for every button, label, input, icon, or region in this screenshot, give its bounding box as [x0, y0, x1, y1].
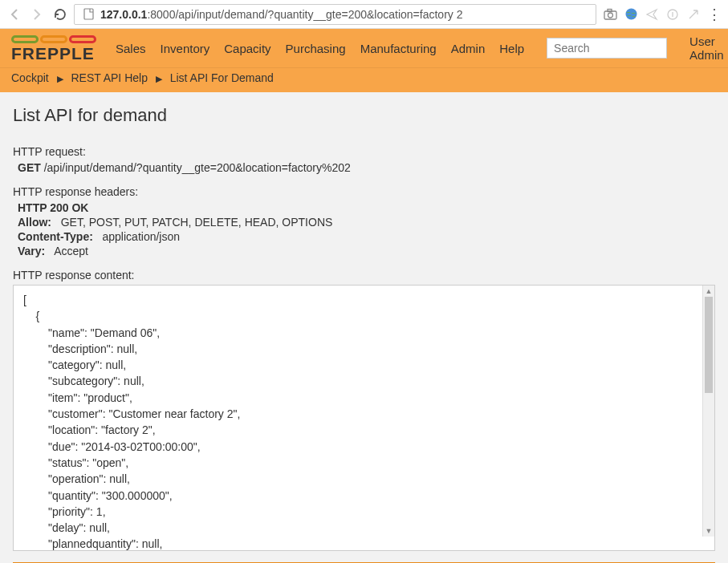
logo-pill-orange	[40, 35, 67, 43]
nav-capacity[interactable]: Capacity	[224, 42, 270, 55]
search-input[interactable]	[547, 38, 667, 59]
breadcrumb: Cockpit ▶ REST API Help ▶ List API For D…	[0, 67, 728, 92]
crumb-cockpit[interactable]: Cockpit	[11, 71, 49, 84]
nav-inventory[interactable]: Inventory	[161, 42, 210, 55]
content-type-value: application/json	[103, 230, 181, 243]
page-title: List API for demand	[13, 105, 715, 126]
svg-rect-3	[608, 10, 612, 12]
browser-toolbar: 127.0.0.1:8000/api/input/demand/?quantit…	[0, 0, 728, 29]
status-line: HTTP 200 OK	[18, 201, 88, 214]
response-body[interactable]: [ { "name": "Demand 06", "description": …	[13, 285, 715, 551]
crumb-sep: ▶	[156, 74, 162, 83]
svg-rect-0	[84, 9, 93, 19]
http-path: /api/input/demand/?quantity__gte=200&loc…	[44, 161, 351, 174]
globe-icon[interactable]	[624, 7, 638, 22]
scrollbar-up-icon[interactable]: ▲	[703, 286, 714, 297]
allow-label: Allow:	[18, 216, 51, 229]
reload-button[interactable]	[51, 6, 67, 22]
http-request-line: GET /api/input/demand/?quantity__gte=200…	[18, 161, 715, 174]
nav-menu: Sales Inventory Capacity Purchasing Manu…	[116, 42, 524, 55]
send-icon[interactable]	[645, 7, 659, 22]
allow-value: GET, POST, PUT, PATCH, DELETE, HEAD, OPT…	[61, 216, 333, 229]
menu-icon[interactable]: ⋮	[707, 7, 722, 22]
crumb-list-api-demand[interactable]: List API For Demand	[170, 71, 274, 84]
logo-text: FREPPLE	[11, 45, 96, 62]
crumb-sep: ▶	[57, 74, 63, 83]
svg-point-4	[625, 9, 636, 20]
vary-label: Vary:	[18, 245, 45, 257]
vary-value: Accept	[54, 245, 88, 257]
content: List API for demand HTTP request: GET /a…	[0, 92, 728, 563]
nav-sales[interactable]: Sales	[116, 42, 146, 55]
svg-point-2	[608, 13, 612, 18]
scrollbar-down-icon[interactable]: ▼	[703, 525, 714, 537]
scrollbar-thumb[interactable]	[705, 297, 713, 393]
content-type-label: Content-Type:	[18, 230, 93, 243]
nav-manufacturing[interactable]: Manufacturing	[360, 42, 437, 55]
page-icon	[81, 7, 96, 22]
arrow-icon[interactable]	[686, 7, 701, 22]
http-response-content-label: HTTP response content:	[13, 269, 715, 282]
logo-pill-red	[69, 35, 96, 43]
nav-purchasing[interactable]: Purchasing	[286, 42, 346, 55]
url-text: 127.0.0.1:8000/api/input/demand/?quantit…	[100, 8, 462, 21]
crumb-rest-api-help[interactable]: REST API Help	[71, 71, 147, 84]
nav-help[interactable]: Help	[499, 42, 524, 55]
search-box	[547, 38, 667, 59]
http-response-headers-label: HTTP response headers:	[13, 185, 715, 198]
camera-icon[interactable]	[603, 7, 617, 22]
http-method: GET	[18, 161, 41, 174]
scrollbar[interactable]: ▲ ▼	[702, 286, 714, 537]
http-request-label: HTTP request:	[13, 145, 715, 158]
app-header: FREPPLE Sales Inventory Capacity Purchas…	[0, 29, 728, 67]
url-bar[interactable]: 127.0.0.1:8000/api/input/demand/?quantit…	[74, 4, 596, 25]
logo[interactable]: FREPPLE	[11, 35, 96, 62]
circle-icon[interactable]	[665, 7, 680, 22]
logo-pill-green	[11, 35, 39, 43]
nav-admin[interactable]: Admin	[451, 42, 486, 55]
back-button[interactable]	[6, 6, 22, 22]
user-link[interactable]: User Admin	[689, 34, 724, 62]
forward-button[interactable]	[29, 6, 45, 22]
http-response-headers: HTTP 200 OK Allow: GET, POST, PUT, PATCH…	[18, 201, 715, 257]
